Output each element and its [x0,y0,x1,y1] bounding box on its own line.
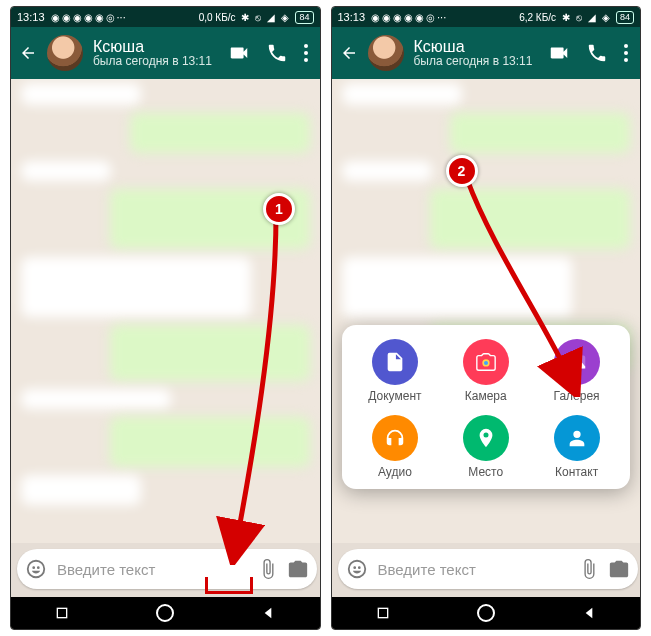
battery-indicator: 84 [295,11,313,24]
video-call-icon[interactable] [548,42,570,64]
video-call-icon[interactable] [228,42,250,64]
message-composer [338,549,638,589]
menu-kebab-icon[interactable] [304,44,308,62]
contact-info[interactable]: Ксюша была сегодня в 13:11 [93,38,212,69]
contact-icon [554,415,600,461]
message-bubble-out [110,325,310,381]
message-bubble-in [342,257,572,317]
nav-back-icon[interactable] [260,605,276,621]
bluetooth-icon: ✱ [241,12,249,23]
nav-back-icon[interactable] [581,605,597,621]
statusbar-app-icons: ◉◉◉◉◉◎··· [51,11,126,23]
contact-avatar[interactable] [368,35,404,71]
wifi-icon: ◈ [281,12,289,23]
gallery-icon [554,339,600,385]
chat-messages-area[interactable]: Документ Камера Галерея [332,79,641,543]
emoji-icon[interactable] [346,558,368,580]
statusbar-app-icons: ◉◉◉◉◉◎··· [371,11,446,23]
attach-label: Галерея [554,389,600,403]
attach-label: Место [468,465,503,479]
statusbar-net-speed: 6,2 КБ/с [519,12,556,23]
attach-camera[interactable]: Камера [440,339,531,403]
android-status-bar: 13:13 ◉◉◉◉◉◎··· 6,2 КБ/с ✱ ⎋ ◢ ◈ 84 [332,7,641,27]
signal-icon: ◢ [267,12,275,23]
emoji-icon[interactable] [25,558,47,580]
attach-audio[interactable]: Аудио [350,415,441,479]
message-bubble-in [342,161,432,181]
attach-document[interactable]: Документ [350,339,441,403]
attach-label: Контакт [555,465,598,479]
message-bubble-out [450,113,630,153]
phone-screenshot-right: 13:13 ◉◉◉◉◉◎··· 6,2 КБ/с ✱ ⎋ ◢ ◈ 84 Ксюш… [331,6,642,630]
voice-call-icon[interactable] [586,42,608,64]
contact-last-seen: была сегодня в 13:11 [414,55,533,68]
android-nav-bar [332,597,641,629]
annotation-badge-1: 1 [263,193,295,225]
svg-rect-0 [57,608,66,617]
chat-messages-area[interactable] [11,79,320,543]
statusbar-net-speed: 0,0 КБ/с [199,12,236,23]
nav-recent-icon[interactable] [375,605,391,621]
camera-icon[interactable] [608,558,630,580]
attach-contact[interactable]: Контакт [531,415,622,479]
message-bubble-in [21,389,171,409]
audio-icon [372,415,418,461]
nav-home-icon[interactable] [477,604,495,622]
contact-avatar[interactable] [47,35,83,71]
contact-name: Ксюша [93,38,212,56]
attachment-panel: Документ Камера Галерея [342,325,631,489]
chat-header: Ксюша была сегодня в 13:11 [332,27,641,79]
message-input[interactable] [376,560,570,579]
document-icon [372,339,418,385]
volte-icon: ⎋ [255,12,261,23]
attach-label: Документ [368,389,421,403]
annotation-bracket [205,577,253,594]
phone-screenshot-left: 13:13 ◉◉◉◉◉◎··· 0,0 КБ/с ✱ ⎋ ◢ ◈ 84 Ксюш… [10,6,321,630]
attach-label: Аудио [378,465,412,479]
annotation-badge-2: 2 [446,155,478,187]
camera-color-icon [463,339,509,385]
svg-point-4 [571,358,574,361]
message-bubble-in [21,83,141,105]
attach-label: Камера [465,389,507,403]
attach-icon[interactable] [257,558,279,580]
attach-location[interactable]: Место [440,415,531,479]
wifi-icon: ◈ [602,12,610,23]
message-bubble-in [21,161,111,181]
message-bubble-out [110,417,310,467]
contact-last-seen: была сегодня в 13:11 [93,55,212,68]
android-status-bar: 13:13 ◉◉◉◉◉◎··· 0,0 КБ/с ✱ ⎋ ◢ ◈ 84 [11,7,320,27]
nav-home-icon[interactable] [156,604,174,622]
chat-header: Ксюша была сегодня в 13:11 [11,27,320,79]
contact-name: Ксюша [414,38,533,56]
svg-rect-5 [378,608,387,617]
message-bubble-out [130,113,310,153]
signal-icon: ◢ [588,12,596,23]
message-input[interactable] [55,560,249,579]
back-arrow-icon[interactable] [340,44,358,62]
camera-icon[interactable] [287,558,309,580]
android-nav-bar [11,597,320,629]
back-arrow-icon[interactable] [19,44,37,62]
voice-call-icon[interactable] [266,42,288,64]
statusbar-time: 13:13 [338,11,366,23]
menu-kebab-icon[interactable] [624,44,628,62]
attach-icon[interactable] [578,558,600,580]
contact-info[interactable]: Ксюша была сегодня в 13:11 [414,38,533,69]
message-bubble-out [430,189,630,249]
location-icon [463,415,509,461]
battery-indicator: 84 [616,11,634,24]
message-bubble-in [342,83,462,105]
statusbar-time: 13:13 [17,11,45,23]
volte-icon: ⎋ [576,12,582,23]
svg-point-2 [484,361,488,365]
nav-recent-icon[interactable] [54,605,70,621]
bluetooth-icon: ✱ [562,12,570,23]
message-bubble-in [21,257,251,317]
composer-row [11,543,320,597]
message-bubble-in [21,475,141,505]
composer-row [332,543,641,597]
message-composer [17,549,317,589]
attach-gallery[interactable]: Галерея [531,339,622,403]
